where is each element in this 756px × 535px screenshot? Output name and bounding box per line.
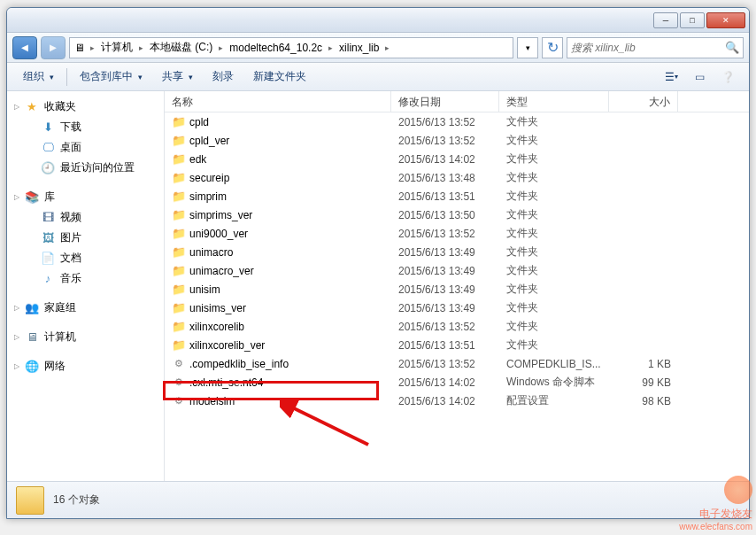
search-box[interactable]: 🔍 — [567, 37, 744, 58]
file-size: 1 KB — [609, 358, 678, 370]
folder-icon: 📁 — [172, 171, 186, 185]
file-name: .cxl.mti_se.nt64 — [189, 376, 263, 389]
file-type: 文件夹 — [499, 244, 609, 260]
file-row[interactable]: 📁secureip2015/6/13 13:48文件夹 — [165, 168, 749, 187]
maximize-button[interactable]: □ — [680, 12, 705, 28]
sidebar-label: 库 — [44, 190, 55, 205]
close-button[interactable]: ✕ — [706, 12, 745, 28]
homegroup-header[interactable]: 👥 家庭组 — [7, 298, 164, 318]
file-row[interactable]: 📁edk2015/6/13 14:02文件夹 — [165, 150, 749, 168]
status-count: 16 个对象 — [53, 492, 100, 508]
star-icon: ★ — [25, 100, 39, 114]
sidebar-item-documents[interactable]: 📄 文档 — [7, 248, 164, 268]
arrow-left-icon: ◄ — [18, 41, 32, 55]
network-group: 🌐 网络 — [7, 356, 164, 376]
titlebar: ─ □ ✕ — [7, 8, 749, 33]
column-type[interactable]: 类型 — [499, 91, 609, 112]
file-date: 2015/6/13 14:02 — [391, 153, 499, 166]
search-input[interactable] — [571, 42, 725, 54]
download-icon: ⬇ — [41, 120, 55, 135]
toolbar-right: ☰▾ ▭ ❔ — [659, 67, 740, 87]
search-icon[interactable]: 🔍 — [725, 41, 739, 55]
file-date: 2015/6/13 13:50 — [391, 209, 499, 221]
sidebar-item-pictures[interactable]: 🖼 图片 — [7, 228, 164, 248]
file-date: 2015/6/13 13:49 — [391, 302, 499, 314]
breadcrumb-item[interactable]: 本地磁盘 (C:) — [146, 38, 216, 58]
help-button[interactable]: ❔ — [715, 67, 740, 87]
file-name: uni9000_ver — [189, 228, 248, 240]
sidebar-label: 网络 — [44, 359, 66, 374]
network-header[interactable]: 🌐 网络 — [7, 356, 164, 376]
file-name: simprims_ver — [189, 209, 252, 221]
file-row[interactable]: 📁unisims_ver2015/6/13 13:49文件夹 — [165, 299, 749, 317]
file-row[interactable]: 📁xilinxcorelib_ver2015/6/13 13:51文件夹 — [165, 336, 749, 354]
file-name: unisims_ver — [189, 302, 246, 314]
folder-icon: 📁 — [172, 152, 186, 167]
folder-icon: 📁 — [172, 283, 186, 297]
sidebar-label: 桌面 — [60, 140, 81, 155]
file-icon: ⚙ — [172, 394, 186, 408]
chevron-right-icon: ▸ — [326, 43, 336, 52]
preview-button[interactable]: ▭ — [687, 67, 712, 87]
refresh-button[interactable]: ↻ — [542, 37, 563, 58]
sidebar-label: 计算机 — [44, 330, 76, 345]
file-row[interactable]: 📁unimacro2015/6/13 13:49文件夹 — [165, 243, 749, 261]
breadcrumb[interactable]: 🖥 ▸ 计算机 ▸ 本地磁盘 (C:) ▸ modeltech64_10.2c … — [69, 37, 513, 58]
sidebar-item-downloads[interactable]: ⬇ 下载 — [7, 117, 164, 137]
file-row[interactable]: 📁cpld2015/6/13 13:52文件夹 — [165, 112, 749, 131]
file-row[interactable]: 📁unimacro_ver2015/6/13 13:49文件夹 — [165, 261, 749, 280]
burn-button[interactable]: 刻录 — [205, 66, 241, 88]
sidebar-label: 音乐 — [60, 271, 81, 286]
column-size[interactable]: 大小 — [609, 91, 678, 112]
file-row[interactable]: ⚙.compedklib_ise_info2015/6/13 13:52COMP… — [165, 354, 749, 373]
file-row[interactable]: 📁cpld_ver2015/6/13 13:52文件夹 — [165, 131, 749, 150]
file-date: 2015/6/13 13:49 — [391, 265, 499, 277]
folder-icon: 📁 — [172, 320, 186, 334]
sidebar-item-videos[interactable]: 🎞 视频 — [7, 207, 164, 228]
sidebar-item-music[interactable]: ♪ 音乐 — [7, 268, 164, 289]
refresh-button[interactable]: ▾ — [517, 37, 538, 58]
chevron-right-icon: ▸ — [382, 43, 392, 52]
breadcrumb-item[interactable]: modeltech64_10.2c — [226, 38, 326, 58]
file-row[interactable]: ⚙modelsim2015/6/13 14:02配置设置98 KB — [165, 392, 749, 410]
file-row[interactable]: 📁unisim2015/6/13 13:49文件夹 — [165, 280, 749, 299]
file-type: 文件夹 — [499, 189, 609, 204]
forward-button[interactable]: ► — [41, 36, 66, 59]
favorites-header[interactable]: ★ 收藏夹 — [7, 97, 164, 117]
organize-menu[interactable]: 组织 — [16, 66, 61, 88]
sidebar-item-recent[interactable]: 🕘 最近访问的位置 — [7, 158, 164, 178]
file-row[interactable]: 📁simprims_ver2015/6/13 13:50文件夹 — [165, 205, 749, 224]
back-button[interactable]: ◄ — [12, 36, 37, 59]
column-date[interactable]: 修改日期 — [391, 91, 499, 112]
breadcrumb-item[interactable]: 计算机 — [97, 38, 136, 58]
view-button[interactable]: ☰▾ — [659, 67, 683, 87]
network-icon: 🌐 — [25, 360, 39, 374]
file-row[interactable]: 📁xilinxcorelib2015/6/13 13:52文件夹 — [165, 317, 749, 336]
file-name: unisim — [189, 283, 220, 296]
new-folder-button[interactable]: 新建文件夹 — [246, 66, 313, 88]
file-date: 2015/6/13 13:49 — [391, 283, 499, 296]
file-row[interactable]: ⚙.cxl.mti_se.nt642015/6/13 14:02Windows … — [165, 373, 749, 392]
file-name: unimacro_ver — [189, 265, 254, 277]
computer-icon: 🖥 — [25, 330, 39, 345]
file-type: 文件夹 — [499, 170, 609, 185]
sidebar-item-desktop[interactable]: 🖵 桌面 — [7, 137, 164, 158]
file-type: 文件夹 — [499, 300, 609, 315]
file-row[interactable]: 📁simprim2015/6/13 13:51文件夹 — [165, 187, 749, 205]
content-area: ★ 收藏夹 ⬇ 下载 🖵 桌面 🕘 最近访问的位置 📚 — [7, 91, 749, 481]
file-type: 文件夹 — [499, 226, 609, 241]
include-menu[interactable]: 包含到库中 — [73, 66, 150, 88]
file-row[interactable]: 📁uni9000_ver2015/6/13 13:52文件夹 — [165, 224, 749, 243]
file-type: 文件夹 — [499, 133, 609, 148]
sidebar-label: 文档 — [60, 251, 81, 266]
libraries-header[interactable]: 📚 库 — [7, 187, 164, 207]
share-menu[interactable]: 共享 — [155, 66, 200, 88]
file-type: 文件夹 — [499, 263, 609, 278]
chevron-right-icon: ▸ — [216, 43, 226, 52]
computer-header[interactable]: 🖥 计算机 — [7, 327, 164, 347]
column-name[interactable]: 名称 — [165, 91, 391, 112]
minimize-button[interactable]: ─ — [653, 12, 678, 28]
computer-icon: 🖥 — [72, 42, 88, 54]
favorites-group: ★ 收藏夹 ⬇ 下载 🖵 桌面 🕘 最近访问的位置 — [7, 97, 164, 178]
breadcrumb-item[interactable]: xilinx_lib — [336, 38, 382, 58]
